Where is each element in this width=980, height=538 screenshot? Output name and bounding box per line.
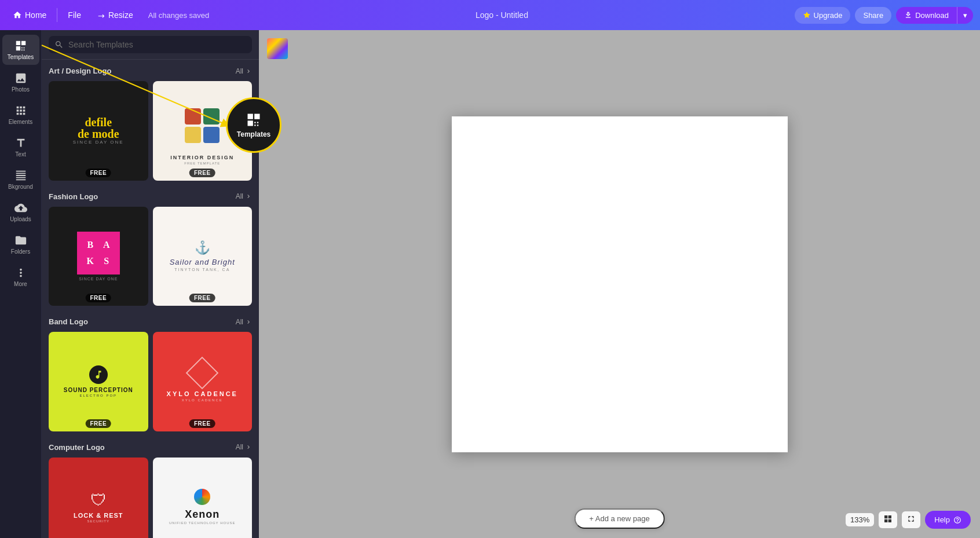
sound-icon [89,365,108,384]
free-badge-interior: FREE [189,169,215,177]
icon-sidebar: Templates Photos Elements Text Bkground … [0,30,42,538]
category-art-design-header: Art / Design Logo All [49,67,252,75]
home-button[interactable]: Home [7,7,52,23]
canvas-footer: 133% Help [846,511,971,529]
template-card-baks[interactable]: B A K S SINCE DAY ONE FREE [49,207,148,306]
template-card-sound[interactable]: SOUND PERCEPTION ELECTRO POP FREE [49,332,148,431]
svg-rect-0 [267,38,288,59]
tooltip-templates-icon [246,112,262,128]
sidebar-photos-label: Photos [12,86,30,93]
xylo-name: XYLO CADENCE [167,390,238,397]
category-band-title: Band Logo [49,317,88,326]
sidebar-templates-label: Templates [8,54,34,60]
category-fashion: Fashion Logo All B A [49,192,252,306]
category-band-all[interactable]: All [236,318,252,326]
template-card-xylo[interactable]: XYLO CADENCE XYLO CADENCE FREE [153,332,253,431]
free-badge-sailor: FREE [189,294,215,302]
category-fashion-title: Fashion Logo [49,192,98,201]
sidebar-item-elements[interactable]: Elements [2,100,39,130]
sidebar-text-label: Text [15,151,25,158]
upgrade-button[interactable]: Upgrade [795,7,851,24]
xenon-orb [194,489,210,505]
baks-s: S [99,254,114,269]
xenon-sub: UNIFIED TECHNOLOGY HOUSE [169,521,235,525]
template-thumb-defile: defilede mode SINCE DAY ONE FREE [49,81,148,181]
category-art-design: Art / Design Logo All defilede mode SINC… [49,67,252,181]
lock-content: 🛡 LOCK & REST SECURITY [74,491,123,523]
sidebar-folders-label: Folders [11,248,30,255]
help-button[interactable]: Help [925,511,971,529]
template-card-lock[interactable]: 🛡 LOCK & REST SECURITY FREE [49,458,148,539]
baks-b: B [83,237,98,252]
lock-name: LOCK & REST [74,512,123,519]
fashion-grid: B A K S SINCE DAY ONE FREE [49,207,252,306]
lock-sub: SECURITY [74,519,123,523]
xylo-sub: XYLO CADENCE [167,398,238,402]
canvas-area: + Add a new page 133% Help [259,30,980,538]
category-art-design-all[interactable]: All [236,67,252,75]
free-badge-baks: FREE [85,294,111,302]
defile-logo-text: defilede mode [73,116,124,140]
xenon-name: Xenon [169,508,235,521]
tooltip-label: Templates [237,130,270,138]
sidebar-background-label: Bkground [8,184,33,190]
sidebar-item-photos[interactable]: Photos [2,67,39,97]
template-card-sailor[interactable]: ⚓ Sailor and Bright TINYTON TANK, CA FRE… [153,207,253,306]
template-thumb-sailor: ⚓ Sailor and Bright TINYTON TANK, CA FRE… [153,207,253,306]
free-badge-xylo: FREE [189,419,215,428]
color-chip [267,38,288,59]
resize-label: Resize [108,10,133,20]
search-icon [54,40,64,49]
category-computer: Computer Logo All 🛡 LOCK & REST SECU [49,443,252,539]
category-band: Band Logo All SO [49,317,252,431]
sailor-icon: ⚓ [170,240,235,255]
free-badge-sound: FREE [85,419,111,428]
search-bar [42,30,259,60]
help-label: Help [934,515,950,524]
sidebar-item-background[interactable]: Bkground [2,164,39,195]
resize-button[interactable]: Resize [92,7,139,23]
topbar-left: Home File Resize All changes saved [7,7,209,23]
home-label: Home [25,10,46,20]
search-input[interactable] [68,40,246,49]
sidebar-item-text[interactable]: Text [2,132,39,162]
sidebar-item-more[interactable]: More [2,262,39,292]
document-title: Logo - Untitled [476,10,528,20]
category-fashion-all[interactable]: All [236,192,252,200]
main-layout: Templates Photos Elements Text Bkground … [0,30,980,538]
category-band-header: Band Logo All [49,317,252,326]
computer-grid: 🛡 LOCK & REST SECURITY FREE Xen [49,458,252,539]
download-label: Download [915,11,949,20]
art-design-grid: defilede mode SINCE DAY ONE FREE [49,81,252,181]
color-chip-area [267,38,288,61]
xenon-content: Xenon UNIFIED TECHNOLOGY HOUSE [169,489,235,525]
sound-content: SOUND PERCEPTION ELECTRO POP [64,365,133,397]
share-button[interactable]: Share [855,7,891,24]
sidebar-item-uploads[interactable]: Uploads [2,197,39,227]
sidebar-uploads-label: Uploads [10,216,31,222]
file-button[interactable]: File [62,7,87,23]
sidebar-item-templates[interactable]: Templates [2,35,39,65]
topbar-center: Logo - Untitled [214,10,789,20]
xylo-diamond [186,356,219,389]
zoom-level: 133% [846,513,874,526]
grid-view-button[interactable] [879,511,897,528]
add-page-button[interactable]: + Add a new page [574,508,664,529]
category-computer-all[interactable]: All [236,443,252,451]
baks-k: K [83,254,98,269]
sidebar-item-folders[interactable]: Folders [2,229,39,259]
templates-tooltip: Templates [226,97,281,153]
download-button[interactable]: Download [896,7,957,24]
canvas-page [452,116,788,452]
interior-sublabel: FREE TEMPLATE [184,162,220,165]
baks-sub: SINCE DAY ONE [79,277,118,281]
category-art-design-title: Art / Design Logo [49,67,111,75]
sailor-name: Sailor and Bright [170,258,235,266]
template-card-xenon[interactable]: Xenon UNIFIED TECHNOLOGY HOUSE FREE [153,458,253,539]
category-fashion-header: Fashion Logo All [49,192,252,201]
fullscreen-button[interactable] [902,511,920,528]
download-more-button[interactable]: ▾ [957,7,973,24]
template-card-defile[interactable]: defilede mode SINCE DAY ONE FREE [49,81,148,181]
topbar-right: Upgrade Share Download ▾ [795,7,973,24]
search-input-wrap [49,36,252,53]
